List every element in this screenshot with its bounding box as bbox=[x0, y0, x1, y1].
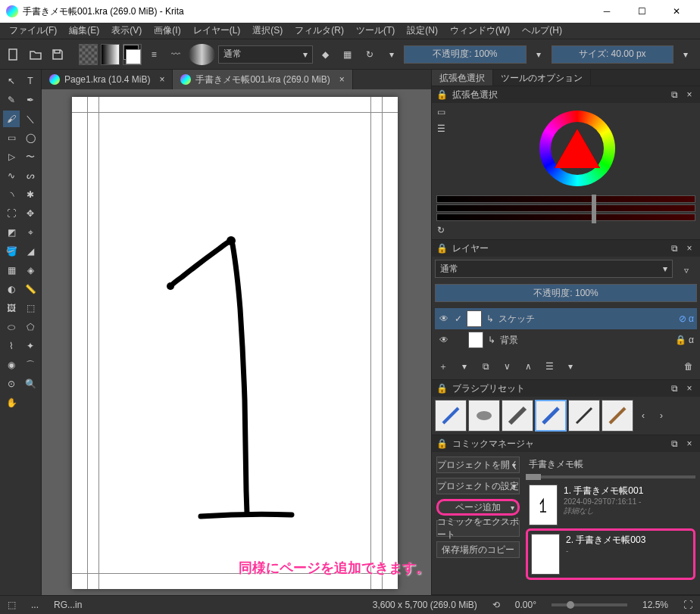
float-icon[interactable]: ⧉ bbox=[668, 382, 680, 394]
layer-alpha-icon[interactable]: ⊘ α bbox=[679, 313, 694, 324]
project-settings-button[interactable]: プロジェクトの設定▾ bbox=[436, 478, 520, 494]
opacity-slider[interactable]: 不透明度: 100% bbox=[404, 45, 527, 64]
bezier-select-tool[interactable]: ⌒ bbox=[22, 357, 39, 373]
duplicate-layer-button[interactable]: ⧉ bbox=[477, 358, 494, 375]
gradient-swatch[interactable] bbox=[101, 44, 120, 65]
color-select-tool[interactable]: ◉ bbox=[3, 357, 20, 373]
eraser-toggle[interactable]: ◆ bbox=[316, 44, 335, 65]
layer-lock-icon[interactable]: 🔒 α bbox=[675, 335, 694, 345]
refresh-icon[interactable]: ↻ bbox=[435, 224, 447, 236]
layer-row-background[interactable]: 👁 ↳ 背景 🔒 α bbox=[435, 329, 697, 351]
poly-select-tool[interactable]: ⬠ bbox=[22, 319, 39, 335]
color-picker-tool[interactable]: ⌖ bbox=[22, 224, 39, 241]
visibility-icon[interactable]: 👁 bbox=[438, 335, 450, 345]
close-icon[interactable]: × bbox=[683, 242, 695, 254]
comic-page-2[interactable]: 2. 手書きメモ帳003 - bbox=[526, 528, 695, 580]
menu-image[interactable]: 画像(I) bbox=[148, 23, 186, 39]
opacity-arrow[interactable]: ▾ bbox=[530, 44, 548, 65]
calligraphy-tool[interactable]: ✒ bbox=[22, 92, 39, 108]
add-page-button[interactable]: ページ追加▾ bbox=[436, 499, 520, 516]
rotate-icon[interactable]: ⟲ bbox=[492, 600, 500, 610]
size-arrow[interactable]: ▾ bbox=[677, 44, 695, 65]
brush-preset-2[interactable] bbox=[468, 400, 500, 432]
measure-tool[interactable]: 📏 bbox=[22, 281, 39, 298]
menu-settings[interactable]: 設定(N) bbox=[401, 23, 444, 39]
smart-fill-tool[interactable]: ◈ bbox=[22, 262, 39, 279]
status-selector[interactable]: RG...in bbox=[54, 600, 82, 610]
add-layer-arrow[interactable]: ▾ bbox=[456, 358, 473, 375]
fg-bg-swatch[interactable] bbox=[123, 44, 142, 65]
canvas-viewport[interactable]: 同様にページを追加できます。 bbox=[42, 89, 431, 595]
close-icon[interactable]: × bbox=[683, 382, 695, 394]
ellipse-select-tool[interactable]: ⬭ bbox=[3, 319, 20, 335]
freehand-path-tool[interactable]: ᔕ bbox=[22, 167, 39, 184]
polygon-tool[interactable]: ▷ bbox=[3, 148, 20, 165]
advcolor-tab[interactable]: 拡張色選択 bbox=[432, 70, 493, 86]
close-icon[interactable]: × bbox=[683, 438, 695, 450]
layer-props-button[interactable]: ☰ bbox=[541, 358, 558, 375]
crop-tool[interactable]: ◩ bbox=[3, 224, 20, 241]
bezier-tool[interactable]: ∿ bbox=[3, 167, 20, 184]
check-icon[interactable]: ✓ bbox=[455, 313, 462, 324]
selection-indicator-icon[interactable]: ⬚ bbox=[8, 600, 16, 610]
filter-icon[interactable]: ▿ bbox=[676, 260, 697, 281]
blend-mode-select[interactable]: 通常▾ bbox=[218, 45, 313, 64]
rect-tool[interactable]: ▭ bbox=[3, 129, 20, 146]
polyline-tool[interactable]: 〜 bbox=[22, 148, 39, 165]
toolopt-tab[interactable]: ツールのオプション bbox=[493, 70, 591, 86]
menu-window[interactable]: ウィンドウ(W) bbox=[444, 23, 516, 39]
copy-location-button[interactable]: 保存場所のコピー bbox=[436, 541, 520, 558]
menu-help[interactable]: ヘルプ(H) bbox=[516, 23, 568, 39]
brush-settings-icon[interactable]: ≡ bbox=[145, 44, 164, 65]
close-icon[interactable]: × bbox=[683, 89, 695, 101]
shape-edit-tool[interactable]: ✎ bbox=[3, 92, 20, 108]
text-tool[interactable]: T bbox=[22, 73, 39, 89]
move-tool[interactable]: ↖ bbox=[3, 73, 20, 89]
open-file-button[interactable] bbox=[27, 44, 45, 65]
pattern-tool[interactable]: ▦ bbox=[3, 262, 20, 279]
visibility-icon[interactable]: 👁 bbox=[438, 313, 450, 324]
mypaint-shade-icon[interactable]: ☰ bbox=[435, 123, 447, 135]
export-comic-button[interactable]: コミックをエクスポート bbox=[436, 520, 520, 537]
lasso-tool[interactable]: ⌇ bbox=[3, 338, 20, 354]
preset-arrow-icon[interactable]: ▾ bbox=[382, 44, 401, 65]
save-button[interactable] bbox=[48, 44, 67, 65]
brush-preset-3[interactable] bbox=[502, 400, 533, 432]
brush-prev-button[interactable]: ‹ bbox=[635, 407, 652, 424]
brush-next-button[interactable]: › bbox=[653, 407, 670, 424]
dynamic-brush-tool[interactable]: ৲ bbox=[3, 186, 20, 203]
reload-preset-icon[interactable]: ↻ bbox=[360, 44, 379, 65]
status-dots[interactable]: ... bbox=[31, 600, 39, 610]
fill-tool[interactable]: 🪣 bbox=[3, 243, 20, 260]
menu-select[interactable]: 選択(S) bbox=[246, 23, 289, 39]
close-icon[interactable]: × bbox=[339, 74, 345, 85]
comic-page-1[interactable]: 1. 手書きメモ帳001 2024-09-29T07:16:11 - 詳細なし bbox=[526, 482, 695, 528]
size-slider[interactable]: サイズ: 40.00 px bbox=[552, 45, 674, 64]
close-button[interactable]: ✕ bbox=[659, 0, 694, 23]
pan-tool[interactable]: ✋ bbox=[3, 394, 20, 411]
contiguous-select-tool[interactable]: ✦ bbox=[22, 338, 39, 354]
tab-page1[interactable]: Page1.kra (10.4 MiB) × bbox=[42, 70, 173, 89]
new-file-button[interactable] bbox=[5, 44, 23, 65]
float-icon[interactable]: ⧉ bbox=[668, 438, 680, 450]
assistant-tool[interactable]: ◐ bbox=[3, 281, 20, 298]
gradient-tool[interactable]: ◢ bbox=[22, 243, 39, 260]
float-icon[interactable]: ⧉ bbox=[668, 89, 680, 101]
menu-filter[interactable]: フィルタ(R) bbox=[289, 23, 350, 39]
minimal-shade-icon[interactable]: ▭ bbox=[435, 106, 447, 118]
line-tool[interactable]: ＼ bbox=[22, 111, 39, 127]
transform-tool[interactable]: ⛶ bbox=[3, 205, 20, 222]
brush-preset-1[interactable] bbox=[435, 400, 467, 432]
magnetic-select-tool[interactable]: ⊙ bbox=[3, 376, 20, 392]
ellipse-tool[interactable]: ◯ bbox=[22, 129, 39, 146]
open-project-button[interactable]: プロジェクトを開く▾ bbox=[436, 457, 520, 473]
rect-select-tool[interactable]: ⬚ bbox=[22, 300, 39, 316]
layer-blend-select[interactable]: 通常▾ bbox=[435, 260, 673, 278]
alpha-lock-icon[interactable]: ▦ bbox=[338, 44, 357, 65]
maximize-button[interactable]: ☐ bbox=[624, 0, 659, 23]
add-layer-button[interactable]: ＋ bbox=[435, 358, 452, 375]
brush-editor-icon[interactable]: 〰 bbox=[167, 44, 186, 65]
pattern-swatch[interactable] bbox=[79, 44, 98, 65]
color-history-strips[interactable] bbox=[432, 194, 700, 221]
reference-tool[interactable]: 🖼 bbox=[3, 300, 20, 316]
